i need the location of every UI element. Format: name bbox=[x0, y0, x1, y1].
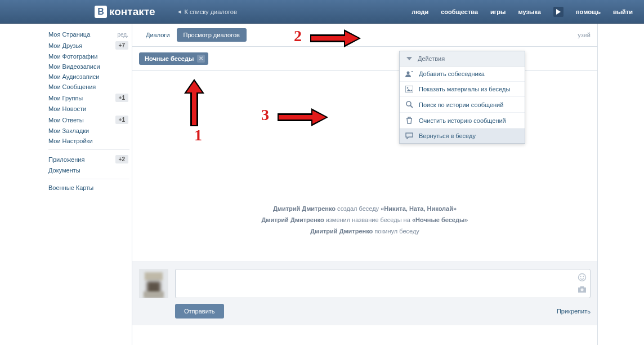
sidebar-item-groups[interactable]: Мои Группы +1 bbox=[46, 92, 132, 104]
top-nav: люди сообщества игры музыка помощь выйти bbox=[412, 7, 633, 17]
dropdown-item-show-media[interactable]: Показать материалы из беседы bbox=[400, 81, 525, 96]
nav-help[interactable]: помощь bbox=[576, 8, 601, 15]
dropdown-item-return-to-chat[interactable]: Вернуться в беседу bbox=[400, 128, 525, 143]
actor: Дмитрий Дмитренко bbox=[273, 205, 336, 212]
tab-view-dialogs[interactable]: Просмотр диалогов bbox=[177, 28, 247, 42]
sidebar-item-messages[interactable]: Мои Сообщения bbox=[46, 82, 132, 92]
dropdown-item-label: Очистить историю сообщений bbox=[419, 117, 506, 124]
attach-link[interactable]: Прикрепить bbox=[557, 308, 591, 315]
sidebar-counter: +2 bbox=[115, 155, 128, 163]
sidebar-item-label: Мои Фотографии bbox=[48, 53, 97, 60]
sidebar-item-apps[interactable]: Приложения +2 bbox=[46, 153, 132, 165]
nav-logout[interactable]: выйти bbox=[613, 8, 633, 15]
sidebar-item-label: Мои Друзья bbox=[48, 42, 82, 49]
svg-point-9 bbox=[579, 274, 586, 281]
user-plus-icon bbox=[405, 70, 413, 77]
svg-rect-8 bbox=[144, 291, 164, 298]
emoji-icon[interactable] bbox=[578, 273, 587, 283]
dropdown-item-label: Добавить собеседника bbox=[419, 70, 485, 77]
nav-music[interactable]: музыка bbox=[518, 8, 540, 15]
sidebar-item-photos[interactable]: Мои Фотографии bbox=[46, 51, 132, 61]
dropdown-item-label: Вернуться в беседу bbox=[419, 132, 476, 139]
sidebar-item-label: Мои Сообщения bbox=[48, 83, 96, 90]
sidebar-item-news[interactable]: Мои Новости bbox=[46, 104, 132, 114]
svg-point-0 bbox=[407, 72, 410, 74]
sidebar-separator bbox=[48, 149, 129, 150]
sidebar-item-label: Мои Видеозаписи bbox=[48, 63, 100, 70]
sidebar-item-label: Моя Страница bbox=[48, 31, 90, 38]
sidebar-counter: +1 bbox=[115, 116, 128, 124]
svg-point-3 bbox=[406, 101, 411, 106]
system-message: Дмитрий Дмитренко покинул беседу bbox=[144, 228, 586, 235]
sidebar-item-docs[interactable]: Документы bbox=[46, 165, 132, 175]
play-icon[interactable] bbox=[553, 7, 564, 17]
sidebar-item-settings[interactable]: Мои Настройки bbox=[46, 136, 132, 146]
svg-rect-6 bbox=[145, 272, 163, 280]
message-input-box[interactable] bbox=[175, 269, 591, 298]
sidebar-item-label: Мои Закладки bbox=[48, 127, 89, 134]
close-icon[interactable]: ✕ bbox=[197, 55, 205, 63]
svg-line-4 bbox=[410, 105, 413, 108]
logo[interactable]: В контакте bbox=[95, 6, 155, 18]
nav-games[interactable]: игры bbox=[490, 8, 506, 15]
nav-communities[interactable]: сообщества bbox=[441, 8, 478, 15]
chat-chip-label: Ночные беседы bbox=[145, 55, 194, 62]
sidebar-item-label: Мои Настройки bbox=[48, 138, 93, 144]
sidebar-item-label: Мои Ответы bbox=[48, 117, 84, 123]
image-icon bbox=[405, 86, 413, 92]
sidebar-item-label: Мои Новости bbox=[48, 105, 86, 112]
chevron-down-icon bbox=[405, 57, 413, 60]
sidebar-item-videos[interactable]: Мои Видеозаписи bbox=[46, 61, 132, 72]
sidebar-item-bookmarks[interactable]: Мои Закладки bbox=[46, 126, 132, 136]
tab-dialogs[interactable]: Диалоги bbox=[139, 28, 177, 42]
dropdown-item-search-history[interactable]: Поиск по истории сообщений bbox=[400, 96, 525, 112]
camera-icon[interactable] bbox=[578, 285, 587, 294]
logo-text: контакте bbox=[109, 6, 155, 18]
system-messages-feed: Дмитрий Дмитренко создал беседу «Никита,… bbox=[132, 71, 597, 262]
nav-people[interactable]: люди bbox=[412, 8, 428, 15]
sidebar-counter: +1 bbox=[115, 94, 128, 102]
svg-point-10 bbox=[580, 276, 582, 277]
sidebar-item-war-maps[interactable]: Военные Карты bbox=[46, 183, 132, 193]
sidebar-edit-link[interactable]: ред. bbox=[117, 32, 128, 38]
left-sidebar: Моя Страница ред. Мои Друзья +7 Мои Фото… bbox=[46, 24, 132, 345]
sidebar-item-my-page[interactable]: Моя Страница ред. bbox=[46, 29, 132, 39]
dropdown-item-add-member[interactable]: Добавить собеседника bbox=[400, 67, 525, 81]
svg-point-11 bbox=[583, 276, 584, 277]
sidebar-item-label: Приложения bbox=[48, 156, 84, 163]
actor: Дмитрий Дмитренко bbox=[310, 228, 373, 235]
sidebar-item-friends[interactable]: Мои Друзья +7 bbox=[46, 39, 132, 51]
chat-chip[interactable]: Ночные беседы ✕ bbox=[139, 52, 208, 65]
dropdown-item-clear-history[interactable]: Очистить историю сообщений bbox=[400, 112, 525, 128]
sidebar-item-replies[interactable]: Мои Ответы +1 bbox=[46, 114, 132, 126]
avatar[interactable] bbox=[139, 269, 168, 298]
tabs-right-label: узей bbox=[578, 32, 591, 38]
svg-point-2 bbox=[407, 87, 409, 89]
trash-icon bbox=[405, 117, 413, 124]
dropdown-header[interactable]: Действия bbox=[400, 51, 525, 67]
system-message: Дмитрий Дмитренко создал беседу «Никита,… bbox=[144, 205, 586, 212]
actor: Дмитрий Дмитренко bbox=[262, 216, 324, 223]
logo-badge: В bbox=[95, 6, 107, 18]
send-button[interactable]: Отправить bbox=[175, 304, 224, 319]
back-to-dialogs-link[interactable]: ◂ К списку диалогов bbox=[178, 8, 237, 15]
message-textarea[interactable] bbox=[179, 273, 587, 294]
dropdown-header-label: Действия bbox=[418, 55, 445, 62]
compose-area: Отправить Прикрепить bbox=[132, 262, 597, 325]
sidebar-item-audio[interactable]: Мои Аудиозаписи bbox=[46, 72, 132, 82]
dropdown-item-label: Поиск по истории сообщений bbox=[419, 101, 503, 108]
chat-icon bbox=[405, 132, 413, 139]
system-message: Дмитрий Дмитренко изменил название бесед… bbox=[144, 216, 586, 223]
sidebar-item-label: Документы bbox=[48, 167, 80, 174]
sidebar-item-label: Мои Группы bbox=[48, 95, 83, 101]
chevron-left-icon: ◂ bbox=[178, 8, 181, 15]
svg-rect-1 bbox=[405, 86, 413, 92]
svg-point-12 bbox=[581, 289, 584, 291]
sidebar-counter: +7 bbox=[115, 41, 128, 50]
sidebar-item-label: Мои Аудиозаписи bbox=[48, 73, 99, 80]
sidebar-item-label: Военные Карты bbox=[48, 184, 93, 191]
main-panel: Диалоги Просмотр диалогов узей Ночные бе… bbox=[132, 24, 598, 345]
chat-title-bar: Ночные беседы ✕ bbox=[132, 47, 597, 71]
top-header: В контакте ◂ К списку диалогов люди сооб… bbox=[0, 0, 644, 24]
actions-dropdown: Действия Добавить собеседника Показать м… bbox=[399, 51, 525, 144]
